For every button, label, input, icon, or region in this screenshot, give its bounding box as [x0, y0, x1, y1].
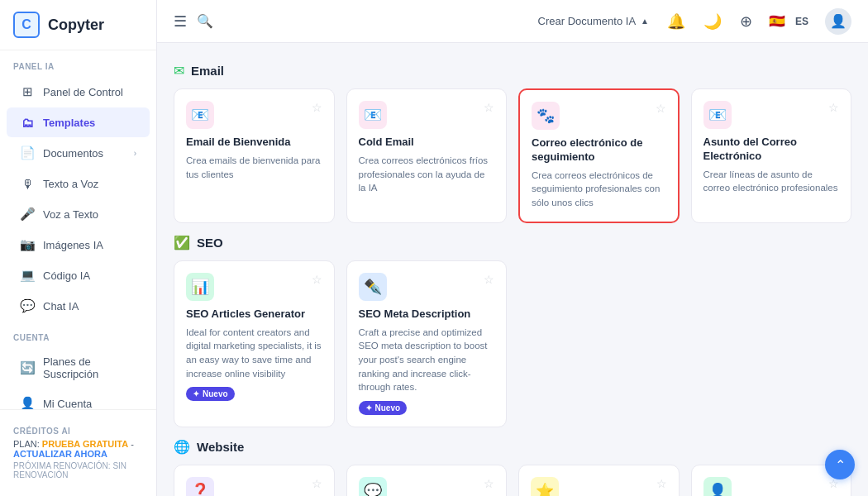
spark-icon: ✦: [365, 403, 372, 413]
credits-section: CRÉDITOS AI PLAN: PRUEBA GRATUITA - ACTU…: [0, 418, 156, 488]
credits-label: CRÉDITOS AI: [13, 427, 143, 436]
sidebar-item-documentos[interactable]: 📄 Documentos ›: [7, 138, 150, 168]
plans-icon: 🔄: [20, 360, 35, 375]
sidebar-item-mi-cuenta[interactable]: 👤 Mi Cuenta: [7, 389, 150, 409]
star-icon[interactable]: ☆: [312, 101, 322, 114]
grid-icon: ⊞: [20, 84, 35, 99]
moon-icon[interactable]: 🌙: [703, 12, 722, 31]
website-section-icon: 🌐: [174, 439, 190, 455]
sidebar: C Copyter PANEL IA ⊞ Panel de Control 🗂 …: [0, 0, 157, 496]
card-top: 📊 ☆: [186, 273, 322, 301]
sidebar-item-label: Planes de Suscripción: [43, 355, 136, 380]
website-cards-grid: ❓ ☆ FAQs 💬 ☆ FAQ Answers ⭐ ☆: [174, 465, 851, 496]
sidebar-item-label: Código IA: [43, 269, 90, 282]
sidebar-item-voz-texto[interactable]: 🎤 Voz a Texto: [7, 199, 150, 229]
card-desc: Ideal for content creators and digital m…: [186, 326, 322, 381]
star-icon[interactable]: ☆: [656, 102, 666, 115]
sidebar-item-label: Texto a Voz: [43, 178, 98, 190]
card-title: Cold Email: [359, 136, 495, 150]
seo-section-icon: ✅: [174, 235, 190, 250]
section-seo-header: ✅ SEO: [174, 235, 851, 250]
card-top: 📧 ☆: [186, 101, 322, 129]
crear-documento-button[interactable]: Crear Documento IA ▲: [538, 15, 649, 27]
spark-icon: ✦: [193, 389, 199, 398]
sidebar-item-texto-voz[interactable]: 🎙 Texto a Voz: [7, 169, 150, 198]
card-icon: ⭐: [531, 477, 559, 496]
docs-icon: 📄: [20, 145, 35, 160]
star-icon[interactable]: ☆: [484, 273, 494, 286]
credits-plan: PLAN: PRUEBA GRATUITA - ACTUALIZAR AHORA: [13, 439, 143, 459]
card-icon: 🐾: [532, 102, 560, 130]
sidebar-item-label: Documentos: [43, 147, 103, 160]
avatar[interactable]: 👤: [825, 8, 851, 35]
search-icon[interactable]: 🔍: [197, 13, 213, 29]
card-desc: Crea correos electrónicos fríos profesio…: [359, 154, 495, 195]
card-icon: ❓: [186, 477, 214, 496]
sidebar-item-templates[interactable]: 🗂 Templates: [7, 107, 150, 137]
card-icon: 👤: [703, 477, 732, 496]
logo-name: Copyter: [48, 17, 104, 34]
sidebar-bottom: CRÉDITOS AI PLAN: PRUEBA GRATUITA - ACTU…: [0, 409, 156, 496]
card-testimonials[interactable]: ⭐ ☆ Testimonials / Reviews: [518, 465, 680, 496]
card-desc: Crea correos electrónicos de seguimiento…: [532, 169, 666, 210]
flag-icon: 🇪🇸: [769, 13, 785, 29]
sidebar-item-panel[interactable]: ⊞ Panel de Control: [7, 77, 150, 107]
star-icon[interactable]: ☆: [484, 101, 494, 114]
sidebar-item-label: Chat IA: [43, 300, 79, 312]
plan-text: PLAN:: [13, 439, 40, 449]
seo-section-title: SEO: [197, 236, 223, 250]
expand-icon[interactable]: ⊕: [740, 12, 752, 31]
card-top: ⭐ ☆: [531, 477, 667, 496]
card-asunto-correo[interactable]: 📧 ☆ Asunto del Correo Electrónico Crear …: [691, 88, 852, 223]
bell-icon[interactable]: 🔔: [667, 12, 685, 31]
menu-icon[interactable]: ☰: [174, 12, 187, 31]
sidebar-item-planes[interactable]: 🔄 Planes de Suscripción: [7, 348, 150, 388]
card-top: 👤 ☆: [703, 477, 840, 496]
sidebar-item-imagenes[interactable]: 📷 Imágenes IA: [7, 230, 150, 260]
card-top: ✒️ ☆: [359, 273, 495, 301]
plan-separator: -: [131, 439, 134, 449]
card-faq-answers[interactable]: 💬 ☆ FAQ Answers: [346, 465, 508, 496]
card-top: 🐾 ☆: [532, 102, 666, 130]
chat-icon: 💬: [20, 298, 35, 313]
arrow-icon: ›: [134, 149, 136, 158]
card-seo-articles[interactable]: 📊 ☆ SEO Articles Generator Ideal for con…: [174, 260, 335, 427]
main: ☰ 🔍 Crear Documento IA ▲ 🔔 🌙 ⊕ 🇪🇸 ES 👤 ✉…: [157, 0, 868, 496]
card-correo-seguimiento[interactable]: 🐾 ☆ Correo electrónico de seguimiento Cr…: [518, 88, 680, 223]
badge-label: Nuevo: [375, 403, 401, 413]
camera-icon: 📷: [20, 237, 35, 252]
card-icon: 📊: [186, 273, 214, 301]
templates-icon: 🗂: [20, 115, 35, 130]
sidebar-item-label: Imágenes IA: [43, 239, 103, 251]
card-icon: ✒️: [359, 273, 387, 301]
card-cold-email[interactable]: 📧 ☆ Cold Email Crea correos electrónicos…: [346, 88, 508, 223]
crear-label: Crear Documento IA: [538, 15, 637, 27]
star-icon[interactable]: ☆: [312, 273, 322, 286]
sidebar-item-label: Templates: [43, 117, 95, 129]
sidebar-item-chat[interactable]: 💬 Chat IA: [7, 291, 150, 321]
card-faqs[interactable]: ❓ ☆ FAQs: [174, 465, 335, 496]
code-icon: 💻: [20, 268, 35, 283]
nuevo-badge: ✦ Nuevo: [359, 401, 408, 415]
star-icon[interactable]: ☆: [656, 477, 667, 490]
sidebar-logo: C Copyter: [0, 0, 156, 50]
card-top: 💬 ☆: [359, 477, 495, 496]
card-desc: Crear líneas de asunto de correo electró…: [703, 168, 840, 195]
scroll-top-button[interactable]: ⌃: [825, 450, 855, 479]
star-icon[interactable]: ☆: [828, 101, 839, 114]
sidebar-item-label: Mi Cuenta: [43, 398, 92, 410]
star-icon[interactable]: ☆: [484, 477, 494, 490]
section-email-header: ✉ Email: [174, 63, 851, 79]
card-desc: Craft a precise and optimized SEO meta d…: [359, 326, 495, 394]
chevron-up-icon: ⌃: [835, 457, 846, 473]
star-icon[interactable]: ☆: [312, 477, 322, 490]
card-seo-meta[interactable]: ✒️ ☆ SEO Meta Description Craft a precis…: [346, 260, 508, 427]
sidebar-nav: PANEL IA ⊞ Panel de Control 🗂 Templates …: [0, 50, 156, 409]
voice-icon: 🎤: [20, 207, 35, 222]
sidebar-item-codigo[interactable]: 💻 Código IA: [7, 260, 150, 290]
card-title: Correo electrónico de seguimiento: [532, 136, 666, 165]
card-email-bienvenida[interactable]: 📧 ☆ Email de Bienvenida Crea emails de b…: [174, 88, 335, 223]
cuenta-label: CUENTA: [0, 322, 156, 347]
update-link[interactable]: ACTUALIZAR AHORA: [13, 449, 107, 459]
email-section-icon: ✉: [174, 63, 184, 79]
